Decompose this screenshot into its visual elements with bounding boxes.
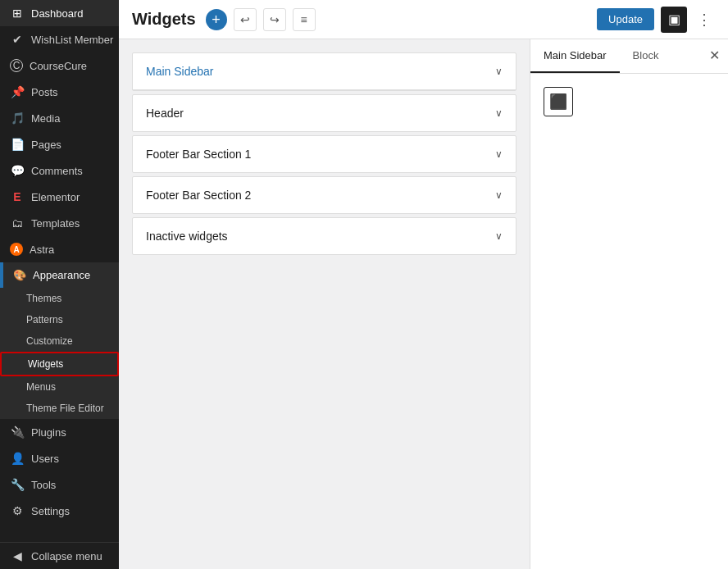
appearance-icon: 🎨 xyxy=(13,269,26,281)
close-icon: ✕ xyxy=(709,48,720,62)
chevron-down-icon: ∨ xyxy=(495,66,503,77)
comments-icon: 💬 xyxy=(10,164,25,177)
undo-button[interactable]: ↩ xyxy=(234,8,257,31)
appearance-submenu: Themes Patterns Customize Widgets Menus … xyxy=(0,288,119,419)
sidebar-sub-customize[interactable]: Customize xyxy=(0,330,119,352)
close-panel-button[interactable]: ✕ xyxy=(709,48,720,63)
sidebar-sub-themes[interactable]: Themes xyxy=(0,288,119,309)
list-view-button[interactable]: ≡ xyxy=(293,8,316,31)
update-button[interactable]: Update xyxy=(597,8,654,30)
sidebar-sub-menus[interactable]: Menus xyxy=(0,376,119,398)
posts-icon: 📌 xyxy=(10,85,25,98)
sidebar-item-dashboard[interactable]: ⊞ Dashboard xyxy=(0,0,119,26)
media-icon: 🎵 xyxy=(10,112,25,125)
dots-icon: ⋮ xyxy=(697,11,712,28)
widget-section-header-header[interactable]: Header ∨ xyxy=(133,95,516,131)
section-label-main-sidebar: Main Sidebar xyxy=(146,65,214,78)
sidebar-item-media[interactable]: 🎵 Media xyxy=(0,105,119,131)
sidebar-sub-theme-file-editor[interactable]: Theme File Editor xyxy=(0,398,119,419)
tab-main-sidebar[interactable]: Main Sidebar xyxy=(530,39,620,73)
section-label-footer1: Footer Bar Section 1 xyxy=(146,148,251,161)
widget-section-inactive: Inactive widgets ∨ xyxy=(132,217,516,255)
widget-section-main-sidebar-header[interactable]: Main Sidebar ∨ xyxy=(133,53,516,90)
sidebar-item-elementor[interactable]: E Elementor xyxy=(0,184,119,210)
left-panel: Main Sidebar ∨ Header ∨ Footer Bar Secti… xyxy=(119,39,530,569)
right-panel: Main Sidebar Block ✕ ⬛ xyxy=(530,39,728,569)
chevron-down-icon: ∨ xyxy=(495,230,503,242)
redo-button[interactable]: ↪ xyxy=(263,8,286,31)
redo-icon: ↪ xyxy=(270,13,280,26)
undo-icon: ↩ xyxy=(240,13,250,26)
widget-section-footer2-header[interactable]: Footer Bar Section 2 ∨ xyxy=(133,177,516,213)
chevron-down-icon: ∨ xyxy=(495,107,503,119)
sidebar-item-templates[interactable]: 🗂 Templates xyxy=(0,210,119,236)
sidebar-collapse[interactable]: ◀ Collapse menu xyxy=(0,542,119,569)
settings-icon: ⚙ xyxy=(10,504,25,517)
chevron-down-icon: ∨ xyxy=(495,189,503,201)
sidebar-item-appearance[interactable]: 🎨 Appearance xyxy=(0,262,119,288)
widget-section-footer1: Footer Bar Section 1 ∨ xyxy=(132,135,516,173)
sidebar-sub-patterns[interactable]: Patterns xyxy=(0,309,119,330)
sidebar-item-pages[interactable]: 📄 Pages xyxy=(0,131,119,157)
sidebar-item-users[interactable]: 👤 Users xyxy=(0,445,119,471)
sidebar-item-comments[interactable]: 💬 Comments xyxy=(0,157,119,184)
coursecure-icon: C xyxy=(10,59,23,72)
collapse-icon: ◀ xyxy=(10,549,25,562)
topbar: Widgets + ↩ ↪ ≡ Update ▣ ⋮ xyxy=(119,0,728,39)
page-title: Widgets xyxy=(132,10,196,29)
section-label-inactive: Inactive widgets xyxy=(146,230,228,243)
toggle-button[interactable]: ▣ xyxy=(661,7,687,33)
astra-icon: A xyxy=(10,243,23,256)
widget-area: Main Sidebar ∨ Header ∨ Footer Bar Secti… xyxy=(119,39,728,569)
right-panel-content: ⬛ xyxy=(530,74,728,569)
plugins-icon: 🔌 xyxy=(10,426,25,439)
right-panel-tabs: Main Sidebar Block ✕ xyxy=(530,39,728,74)
list-icon: ≡ xyxy=(301,13,307,26)
sidebar-item-tools[interactable]: 🔧 Tools xyxy=(0,471,119,498)
sidebar-item-wishlist[interactable]: ✔ WishList Member xyxy=(0,26,119,52)
section-label-footer2: Footer Bar Section 2 xyxy=(146,189,251,202)
widget-section-main-sidebar: Main Sidebar ∨ xyxy=(132,52,516,91)
block-icon: ⬛ xyxy=(544,87,573,116)
sidebar-item-coursecure[interactable]: C CourseCure xyxy=(0,52,119,79)
sidebar-item-posts[interactable]: 📌 Posts xyxy=(0,79,119,105)
square-icon: ▣ xyxy=(668,11,680,27)
pages-icon: 📄 xyxy=(10,138,25,151)
tools-icon: 🔧 xyxy=(10,478,25,491)
templates-icon: 🗂 xyxy=(10,216,25,230)
chevron-down-icon: ∨ xyxy=(495,148,503,160)
widget-section-footer2: Footer Bar Section 2 ∨ xyxy=(132,176,516,214)
sidebar-item-plugins[interactable]: 🔌 Plugins xyxy=(0,419,119,445)
sidebar-sub-widgets[interactable]: Widgets xyxy=(0,352,119,376)
block-shape-icon: ⬛ xyxy=(549,93,567,111)
widget-section-inactive-header[interactable]: Inactive widgets ∨ xyxy=(133,218,516,254)
dashboard-icon: ⊞ xyxy=(10,7,25,20)
sidebar-item-settings[interactable]: ⚙ Settings xyxy=(0,498,119,524)
add-widget-button[interactable]: + xyxy=(206,9,227,30)
widget-section-header: Header ∨ xyxy=(132,94,516,132)
widget-section-footer1-header[interactable]: Footer Bar Section 1 ∨ xyxy=(133,136,516,172)
main-content: Widgets + ↩ ↪ ≡ Update ▣ ⋮ Main Sidebar … xyxy=(119,0,728,569)
tab-block[interactable]: Block xyxy=(620,39,672,73)
sidebar-item-astra[interactable]: A Astra xyxy=(0,236,119,262)
users-icon: 👤 xyxy=(10,452,25,465)
sidebar: ⊞ Dashboard ✔ WishList Member C CourseCu… xyxy=(0,0,119,569)
section-label-header: Header xyxy=(146,107,184,120)
wishlist-icon: ✔ xyxy=(10,33,25,46)
elementor-icon: E xyxy=(10,190,25,203)
more-options-button[interactable]: ⋮ xyxy=(694,11,715,29)
